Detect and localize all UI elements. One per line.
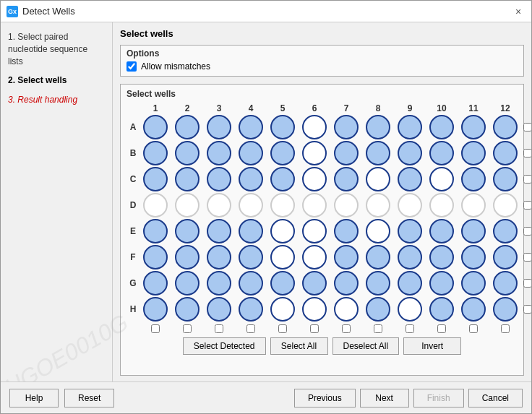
well-B10[interactable] (429, 141, 454, 165)
well-G6[interactable] (302, 271, 327, 296)
well-H6[interactable] (302, 297, 327, 322)
well-D5[interactable] (270, 193, 295, 217)
well-D2[interactable] (175, 193, 200, 217)
well-D9[interactable] (398, 193, 422, 217)
well-E5[interactable] (270, 219, 295, 243)
well-G10[interactable] (429, 271, 454, 296)
col-cb-8[interactable] (374, 324, 382, 333)
col-cb-9[interactable] (406, 324, 414, 333)
well-C7[interactable] (334, 167, 359, 191)
row-cb-E[interactable] (523, 227, 531, 236)
col-cb-2[interactable] (183, 324, 192, 333)
well-E12[interactable] (493, 219, 518, 243)
well-C8[interactable] (366, 167, 390, 191)
well-C1[interactable] (143, 167, 168, 191)
well-F10[interactable] (429, 245, 454, 269)
well-G2[interactable] (175, 271, 200, 296)
col-cb-6[interactable] (310, 324, 319, 333)
col-cb-5[interactable] (278, 324, 287, 333)
select-all-button[interactable]: Select All (270, 337, 328, 355)
col-cb-11[interactable] (469, 324, 478, 333)
well-F4[interactable] (239, 245, 263, 269)
well-A2[interactable] (175, 115, 200, 139)
well-H1[interactable] (143, 297, 168, 322)
row-cb-C[interactable] (523, 175, 531, 184)
well-F6[interactable] (302, 245, 327, 269)
well-B2[interactable] (175, 141, 200, 165)
well-B8[interactable] (366, 141, 390, 165)
well-E8[interactable] (366, 219, 390, 243)
well-F9[interactable] (398, 245, 422, 269)
well-H8[interactable] (366, 297, 390, 322)
well-B4[interactable] (239, 141, 263, 165)
well-F5[interactable] (270, 245, 295, 269)
invert-button[interactable]: Invert (403, 337, 461, 355)
well-B5[interactable] (270, 141, 295, 165)
well-D4[interactable] (239, 193, 263, 217)
well-A11[interactable] (461, 115, 486, 139)
well-A12[interactable] (493, 115, 518, 139)
previous-button[interactable]: Previous (294, 389, 356, 407)
well-C2[interactable] (175, 167, 200, 191)
well-D7[interactable] (334, 193, 359, 217)
well-B1[interactable] (143, 141, 168, 165)
row-cb-A[interactable] (523, 123, 531, 131)
close-button[interactable]: × (511, 4, 525, 19)
well-C5[interactable] (270, 167, 295, 191)
well-F1[interactable] (143, 245, 168, 269)
col-cb-3[interactable] (215, 324, 223, 333)
well-G3[interactable] (207, 271, 231, 296)
well-F3[interactable] (207, 245, 231, 269)
well-D11[interactable] (461, 193, 486, 217)
well-A7[interactable] (334, 115, 359, 139)
well-D12[interactable] (493, 193, 518, 217)
well-H5[interactable] (270, 297, 295, 322)
well-D6[interactable] (302, 193, 327, 217)
well-B11[interactable] (461, 141, 486, 165)
col-cb-10[interactable] (437, 324, 446, 333)
well-B7[interactable] (334, 141, 359, 165)
well-G4[interactable] (239, 271, 263, 296)
well-C12[interactable] (493, 167, 518, 191)
well-H12[interactable] (493, 297, 518, 322)
well-A6[interactable] (302, 115, 327, 139)
well-A4[interactable] (239, 115, 263, 139)
row-cb-B[interactable] (523, 149, 531, 158)
well-D8[interactable] (366, 193, 390, 217)
well-B3[interactable] (207, 141, 231, 165)
well-H4[interactable] (239, 297, 263, 322)
well-F7[interactable] (334, 245, 359, 269)
well-C11[interactable] (461, 167, 486, 191)
deselect-all-button[interactable]: Deselect All (332, 337, 400, 355)
well-G9[interactable] (398, 271, 422, 296)
col-cb-12[interactable] (501, 324, 510, 333)
well-G8[interactable] (366, 271, 390, 296)
well-C3[interactable] (207, 167, 231, 191)
well-F12[interactable] (493, 245, 518, 269)
well-E11[interactable] (461, 219, 486, 243)
well-A3[interactable] (207, 115, 231, 139)
well-H3[interactable] (207, 297, 231, 322)
well-H7[interactable] (334, 297, 359, 322)
well-A10[interactable] (429, 115, 454, 139)
row-cb-F[interactable] (523, 253, 531, 262)
well-F8[interactable] (366, 245, 390, 269)
well-G1[interactable] (143, 271, 168, 296)
well-C4[interactable] (239, 167, 263, 191)
well-C6[interactable] (302, 167, 327, 191)
well-E1[interactable] (143, 219, 168, 243)
well-G11[interactable] (461, 271, 486, 296)
finish-button[interactable]: Finish (413, 389, 464, 407)
well-H11[interactable] (461, 297, 486, 322)
well-F11[interactable] (461, 245, 486, 269)
well-G5[interactable] (270, 271, 295, 296)
well-B6[interactable] (302, 141, 327, 165)
well-E9[interactable] (398, 219, 422, 243)
row-cb-D[interactable] (523, 201, 531, 210)
cancel-button[interactable]: Cancel (468, 389, 523, 407)
row-cb-G[interactable] (523, 279, 531, 288)
well-A9[interactable] (398, 115, 422, 139)
reset-button[interactable]: Reset (64, 389, 114, 407)
col-cb-1[interactable] (151, 324, 160, 333)
well-E10[interactable] (429, 219, 454, 243)
